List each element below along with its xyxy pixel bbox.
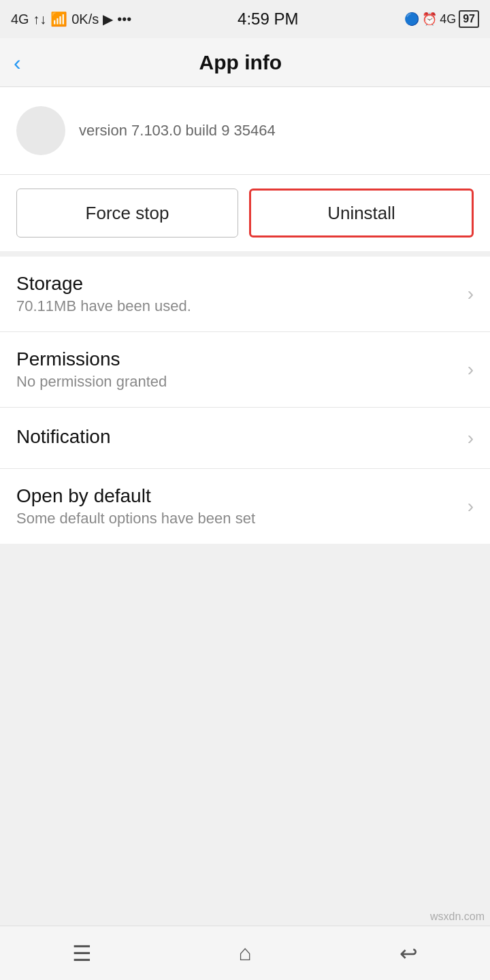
back-button[interactable]: ‹: [14, 52, 21, 74]
signal-bars: 📶: [50, 11, 67, 27]
permissions-item-text: Permissions No permission granted: [16, 348, 459, 391]
bottom-home-button[interactable]: ⌂: [218, 926, 272, 981]
dots-icon: •••: [117, 12, 131, 27]
status-bar: 4G ↑↓ 📶 0K/s ▶ ••• 4:59 PM 🔵 ⏰ 4G 97: [0, 0, 490, 38]
permissions-title: Permissions: [16, 348, 459, 370]
storage-subtitle: 70.11MB have been used.: [16, 297, 459, 315]
uninstall-button[interactable]: Uninstall: [249, 189, 474, 238]
action-buttons-row: Force stop Uninstall: [0, 175, 490, 257]
storage-item-text: Storage 70.11MB have been used.: [16, 273, 459, 315]
storage-title: Storage: [16, 273, 459, 295]
notification-chevron: ›: [468, 427, 474, 449]
battery-level: 97: [463, 13, 475, 24]
bottom-navigation: ☰ ⌂ ↩: [0, 926, 490, 980]
battery-indicator: 97: [459, 10, 479, 28]
open-by-default-subtitle: Some default options have been set: [16, 510, 459, 527]
permissions-chevron: ›: [468, 359, 474, 380]
network-type: 4G: [440, 12, 456, 27]
force-stop-button[interactable]: Force stop: [16, 189, 238, 238]
status-left: 4G ↑↓ 📶 0K/s ▶ •••: [11, 11, 131, 27]
app-header: version 7.103.0 build 9 35464: [0, 87, 490, 175]
speed-indicator: 0K/s: [71, 12, 99, 27]
app-version: version 7.103.0 build 9 35464: [79, 122, 276, 140]
open-by-default-item[interactable]: Open by default Some default options hav…: [0, 469, 490, 544]
storage-item[interactable]: Storage 70.11MB have been used. ›: [0, 257, 490, 332]
settings-list: Storage 70.11MB have been used. › Permis…: [0, 257, 490, 544]
notification-item[interactable]: Notification ›: [0, 408, 490, 469]
alarm-icon: ⏰: [422, 12, 437, 27]
time-display: 4:59 PM: [238, 10, 298, 29]
watermark: wsxdn.com: [430, 911, 485, 923]
permissions-subtitle: No permission granted: [16, 373, 459, 391]
bottom-menu-button[interactable]: ☰: [54, 926, 109, 981]
storage-chevron: ›: [468, 283, 474, 305]
status-right: 🔵 ⏰ 4G 97: [404, 10, 479, 28]
page-title: App info: [32, 51, 449, 74]
notification-title: Notification: [16, 426, 459, 448]
app-icon: [16, 106, 65, 155]
network-status: 4G ↑↓: [11, 12, 46, 27]
open-by-default-text: Open by default Some default options hav…: [16, 485, 459, 527]
media-icon: ▶: [103, 11, 113, 27]
permissions-item[interactable]: Permissions No permission granted ›: [0, 332, 490, 408]
bluetooth-icon: 🔵: [404, 12, 419, 27]
top-navigation: ‹ App info: [0, 38, 490, 87]
notification-item-text: Notification: [16, 426, 459, 451]
bottom-back-button[interactable]: ↩: [381, 926, 436, 981]
open-by-default-title: Open by default: [16, 485, 459, 507]
open-by-default-chevron: ›: [468, 495, 474, 517]
